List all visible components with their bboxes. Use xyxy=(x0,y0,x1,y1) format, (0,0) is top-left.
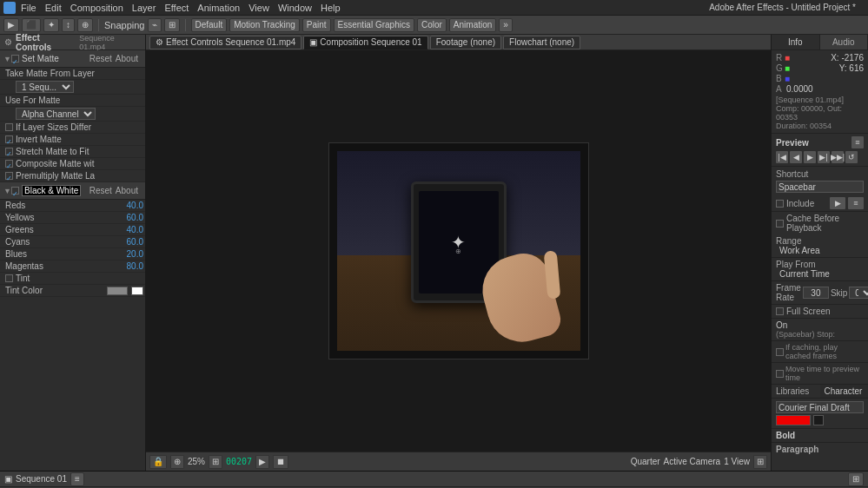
include-options2[interactable]: ≡ xyxy=(848,197,864,209)
menu-item-window[interactable]: Window xyxy=(278,3,312,13)
set-matte-about[interactable]: About xyxy=(116,54,138,63)
reds-row: Reds 40.0 xyxy=(0,200,145,212)
toolbar-btn-3[interactable]: ✦ xyxy=(43,18,59,32)
composition-tab[interactable]: ▣ Composition Sequence 01 xyxy=(303,36,427,49)
audio-tab[interactable]: Audio xyxy=(820,35,869,49)
if-layer-sizes-check[interactable] xyxy=(5,123,13,131)
viewer-timecode[interactable]: 00207 xyxy=(226,457,252,466)
menu-item-animation[interactable]: Animation xyxy=(197,3,240,13)
viewer-area[interactable]: ✦ ⊕ xyxy=(146,50,771,452)
effect-controls-icon: ⚙ xyxy=(4,37,12,47)
composite-matte-row: Composite Matte wit xyxy=(0,158,145,170)
stretch-matte-check[interactable] xyxy=(5,148,13,155)
workspace-color[interactable]: Color xyxy=(417,18,447,32)
b-label: B xyxy=(776,74,785,83)
if-caching-check[interactable] xyxy=(776,348,784,356)
greens-value[interactable]: 40.0 xyxy=(127,225,143,234)
timeline-expand-btn[interactable]: ⊞ xyxy=(848,472,864,486)
layer-select[interactable]: 1 Sequ... xyxy=(16,81,74,93)
current-time-label[interactable]: Current Time xyxy=(776,269,864,279)
menu-item-effect[interactable]: Effect xyxy=(164,3,189,13)
preview-play-btn[interactable]: ▶ xyxy=(804,151,816,163)
menu-item-view[interactable]: View xyxy=(248,3,269,13)
tint-color-label: Tint Color xyxy=(5,286,105,295)
timeline-icon: ▣ xyxy=(4,474,12,484)
font-color-swatch[interactable] xyxy=(776,415,811,425)
viewer-grid-btn[interactable]: ⊞ xyxy=(753,455,767,469)
preview-first-btn[interactable]: |◀ xyxy=(776,151,788,163)
toolbar-btn-5[interactable]: ⊕ xyxy=(77,18,93,32)
yellows-value[interactable]: 60.0 xyxy=(127,213,143,222)
menu-item-composition[interactable]: Composition xyxy=(70,3,123,13)
reds-value[interactable]: 40.0 xyxy=(127,201,143,210)
menu-item-file[interactable]: File xyxy=(21,3,36,13)
tint-color-swatch1[interactable] xyxy=(107,287,128,295)
set-matte-enabled[interactable] xyxy=(11,55,19,63)
cache-check[interactable] xyxy=(776,220,784,228)
toolbar-btn-4[interactable]: ↕ xyxy=(62,18,75,32)
info-tab[interactable]: Info xyxy=(772,35,820,49)
viewer-lock-btn[interactable]: 🔒 xyxy=(149,455,167,469)
viewer-view[interactable]: 1 View xyxy=(724,457,750,466)
bw-header[interactable]: ▼ Black & White Reset About xyxy=(0,182,145,200)
fps-input[interactable] xyxy=(803,287,829,299)
cyans-value[interactable]: 60.0 xyxy=(127,237,143,247)
info-b-row: B ■ xyxy=(776,74,864,83)
workspace-animation[interactable]: Animation xyxy=(449,18,496,32)
flowchart-tab[interactable]: Flowchart (none) xyxy=(503,36,580,49)
viewer-fit-btn[interactable]: ⊞ xyxy=(209,455,222,469)
preview-options-btn[interactable]: ≡ xyxy=(851,136,864,148)
shortcut-input[interactable] xyxy=(776,181,864,193)
workspace-tracking[interactable]: Motion Tracking xyxy=(229,18,300,32)
workspace-essential[interactable]: Essential Graphics xyxy=(334,18,414,32)
timeline-options-btn[interactable]: ≡ xyxy=(70,472,84,486)
viewer-quality[interactable]: Quarter xyxy=(631,457,660,466)
toolbar-btn-2[interactable]: ⬛ xyxy=(22,18,41,32)
toolbar-btn-6[interactable]: ⊞ xyxy=(164,18,180,32)
workspace-default[interactable]: Default xyxy=(191,18,228,32)
invert-matte-check[interactable] xyxy=(5,135,13,143)
toolbar-btn-1[interactable]: ▶ xyxy=(3,18,19,32)
workspace-paint[interactable]: Paint xyxy=(302,18,331,32)
libraries-tab[interactable]: Libraries xyxy=(772,385,820,398)
skip-select[interactable]: 0 xyxy=(849,287,868,299)
premultiply-check[interactable] xyxy=(5,172,13,180)
viewer-play-btn[interactable]: ▶ xyxy=(255,455,269,469)
viewer-zoom-value[interactable]: 25% xyxy=(188,457,205,466)
bw-reset[interactable]: Reset xyxy=(89,186,112,195)
viewer-camera[interactable]: Active Camera xyxy=(664,457,721,466)
right-panel: Info Audio R ■ X: -2176 G ■ Y: 616 B ■ xyxy=(771,35,868,471)
footage-tab[interactable]: Footage (none) xyxy=(430,36,501,49)
flowchart-tab-label: Flowchart (none) xyxy=(509,37,574,47)
character-tab[interactable]: Character xyxy=(820,385,869,398)
menu-item-edit[interactable]: Edit xyxy=(45,3,62,13)
preview-next-btn[interactable]: ▶| xyxy=(818,151,830,163)
preview-last-btn[interactable]: ▶▶| xyxy=(832,151,844,163)
bw-about[interactable]: About xyxy=(116,186,138,195)
alpha-channel-select[interactable]: Alpha Channel xyxy=(16,108,96,120)
snapping-toggle[interactable]: ⌁ xyxy=(148,18,162,32)
include-options[interactable]: ▶ xyxy=(830,197,845,209)
work-area-label[interactable]: Work Area xyxy=(776,246,864,255)
tint-color-swatch2[interactable] xyxy=(131,287,143,295)
blues-value[interactable]: 20.0 xyxy=(127,249,143,259)
set-matte-header[interactable]: ▼ Set Matte Reset About xyxy=(0,50,145,68)
set-matte-reset[interactable]: Reset xyxy=(89,54,112,63)
preview-prev-btn[interactable]: ◀ xyxy=(790,151,802,163)
preview-loop-btn[interactable]: ↺ xyxy=(845,151,858,163)
bw-enabled[interactable] xyxy=(11,187,19,195)
viewer-zoom-btn[interactable]: ⊕ xyxy=(170,455,184,469)
magentas-value[interactable]: 80.0 xyxy=(127,261,143,271)
font-bg-swatch[interactable] xyxy=(813,415,824,425)
menu-item-help[interactable]: Help xyxy=(321,3,341,13)
composite-matte-check[interactable] xyxy=(5,160,13,168)
workspace-expand[interactable]: » xyxy=(499,18,513,32)
include-check[interactable] xyxy=(776,200,784,208)
move-time-check[interactable] xyxy=(776,370,784,378)
fullscreen-check[interactable] xyxy=(776,307,784,315)
tint-check[interactable] xyxy=(5,274,13,282)
effect-controls-tab[interactable]: ⚙ Effect Controls Sequence 01.mp4 xyxy=(149,36,301,49)
viewer-stop-btn[interactable]: ⏹ xyxy=(273,455,288,469)
font-input[interactable] xyxy=(776,401,864,413)
menu-item-layer[interactable]: Layer xyxy=(132,3,156,13)
